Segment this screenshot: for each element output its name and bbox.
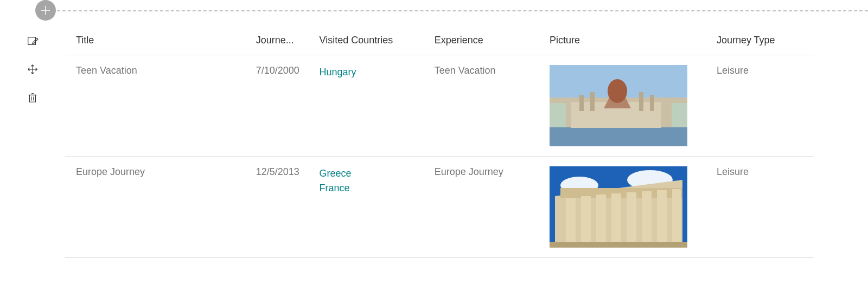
svg-rect-32 bbox=[657, 190, 667, 248]
journey-picture bbox=[550, 65, 687, 146]
svg-rect-31 bbox=[642, 191, 652, 248]
svg-rect-4 bbox=[30, 95, 36, 102]
svg-rect-28 bbox=[596, 195, 606, 248]
svg-rect-18 bbox=[650, 95, 654, 111]
edit-button[interactable] bbox=[26, 35, 39, 48]
column-header-picture[interactable]: Picture bbox=[543, 25, 710, 55]
plus-icon bbox=[41, 5, 50, 15]
svg-rect-11 bbox=[550, 127, 687, 146]
add-button[interactable] bbox=[35, 0, 56, 21]
cell-picture bbox=[543, 157, 710, 258]
dashed-divider-line bbox=[35, 10, 868, 11]
edit-icon bbox=[27, 35, 39, 47]
svg-rect-15 bbox=[579, 95, 584, 111]
country-link[interactable]: France bbox=[319, 181, 421, 196]
cell-countries: Greece France bbox=[312, 157, 427, 258]
svg-rect-33 bbox=[672, 189, 681, 248]
svg-rect-30 bbox=[627, 192, 636, 248]
cell-type: Leisure bbox=[710, 55, 814, 157]
svg-rect-20 bbox=[672, 103, 687, 127]
column-header-title[interactable]: Title bbox=[65, 25, 250, 55]
country-link[interactable]: Greece bbox=[319, 166, 421, 181]
svg-rect-34 bbox=[550, 242, 687, 248]
journey-picture bbox=[550, 166, 687, 248]
move-button[interactable] bbox=[26, 63, 39, 76]
journeys-table: Title Journe... Visited Countries Experi… bbox=[65, 25, 814, 258]
table-row[interactable]: Europe Journey 12/5/2013 Greece France E… bbox=[65, 157, 814, 258]
move-icon bbox=[27, 63, 39, 75]
cell-countries: Hungary bbox=[312, 55, 427, 157]
svg-rect-16 bbox=[590, 92, 595, 111]
country-link[interactable]: Hungary bbox=[319, 65, 421, 80]
svg-point-14 bbox=[608, 79, 627, 103]
cell-experience: Teen Vacation bbox=[428, 55, 543, 157]
cell-type: Leisure bbox=[710, 157, 814, 258]
svg-rect-27 bbox=[581, 196, 591, 248]
svg-rect-26 bbox=[566, 198, 576, 248]
section-divider bbox=[0, 0, 868, 22]
svg-rect-29 bbox=[611, 193, 621, 248]
item-toolbar bbox=[0, 25, 65, 258]
svg-rect-19 bbox=[550, 103, 566, 127]
svg-rect-17 bbox=[639, 92, 643, 111]
table-header-row: Title Journe... Visited Countries Experi… bbox=[65, 25, 814, 55]
cell-title: Europe Journey bbox=[65, 157, 250, 258]
delete-button[interactable] bbox=[26, 91, 39, 104]
cell-date: 7/10/2000 bbox=[250, 55, 313, 157]
cell-title: Teen Vacation bbox=[65, 55, 250, 157]
trash-icon bbox=[27, 92, 39, 103]
table-row[interactable]: Teen Vacation 7/10/2000 Hungary Teen Vac… bbox=[65, 55, 814, 157]
column-header-type[interactable]: Journey Type bbox=[710, 25, 814, 55]
cell-experience: Europe Journey bbox=[428, 157, 543, 258]
column-header-experience[interactable]: Experience bbox=[428, 25, 543, 55]
cell-date: 12/5/2013 bbox=[250, 157, 313, 258]
cell-picture bbox=[543, 55, 710, 157]
column-header-countries[interactable]: Visited Countries bbox=[312, 25, 427, 55]
column-header-date[interactable]: Journe... bbox=[250, 25, 313, 55]
